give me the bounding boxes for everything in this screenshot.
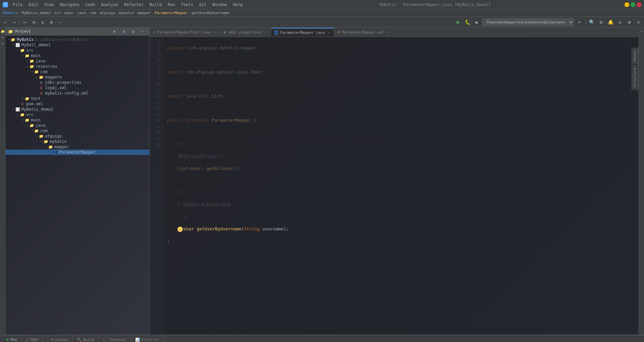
locate-icon[interactable]: ⊕ [110, 27, 118, 36]
structure-side-icon[interactable]: ⊞ [0, 41, 5, 46]
tree-item-demo2[interactable]: ▾ ⬜ MyBatis_demo2 [5, 107, 149, 112]
panel-close-icon[interactable]: — [139, 27, 147, 36]
tab-close-icon4[interactable]: ✕ [386, 31, 390, 35]
bottom-panel: ▶ Run ☑ TODO ⚠ Problems 🔨 Build >_ Termi… [0, 335, 644, 342]
settings2-icon[interactable]: ⚙ [597, 18, 605, 26]
tab-todo[interactable]: ☑ TODO [22, 335, 43, 342]
tree-item-main2[interactable]: ▾ 📁 main [5, 117, 149, 123]
breadcrumb-demo2[interactable]: MyBatis_demo2 [22, 11, 51, 15]
run-config-dropdown[interactable]: ▾ [575, 18, 583, 26]
breadcrumb-method[interactable]: getUserByUsername [192, 11, 229, 15]
tree-item-mybatis-config[interactable]: ▸ X mybatis-config.xml [5, 91, 149, 96]
tab-close-icon3[interactable]: ✕ [327, 31, 331, 35]
tab-terminal[interactable]: >_ Terminal [99, 335, 131, 342]
tree-item-atguigu[interactable]: ▾ 📁 atguigu [5, 133, 149, 139]
menu-view[interactable]: View [42, 2, 57, 8]
tree-item-mapper-pkg[interactable]: ▾ 📁 mapper [5, 144, 149, 150]
structure-tab[interactable]: Structure [631, 65, 639, 90]
tab-run[interactable]: ▶ Run [3, 335, 22, 342]
coverage-button[interactable]: ▶ [473, 18, 481, 26]
tree-item-com2[interactable]: ▾ 📁 com [5, 128, 149, 133]
tree-item-src1[interactable]: ▾ 📁 src [5, 48, 149, 53]
tree-item-com1[interactable]: ▾ 📁 com [5, 69, 149, 74]
breadcrumb-mybatis[interactable]: MyBatis [3, 11, 18, 15]
tree-item-java2[interactable]: ▾ 📁 java [5, 123, 149, 128]
panel-settings-icon[interactable]: ⚙ [129, 27, 137, 36]
menu-analyze[interactable]: Analyze [98, 2, 121, 8]
menu-file[interactable]: File [10, 2, 25, 8]
folder-icon: 📁 [30, 123, 34, 128]
tree-item-demo1[interactable]: ▾ ⬜ MyBati_demo1 [5, 42, 149, 48]
minimize-panel-icon[interactable]: — [56, 18, 64, 26]
run-button[interactable]: ▶ [454, 18, 462, 26]
forward-button[interactable]: → [10, 18, 18, 26]
minimize-button[interactable]: — [625, 2, 629, 7]
breadcrumb-java[interactable]: java [77, 11, 86, 15]
tree-item-java1[interactable]: ▾ 📁 java [5, 58, 149, 64]
collapse-icon[interactable]: ⇅ [39, 18, 47, 26]
menu-edit[interactable]: Edit [26, 2, 41, 8]
debug-button[interactable]: 🐛 [464, 18, 472, 26]
menu-navigate[interactable]: Navigate [57, 2, 82, 8]
code-content[interactable]: package com.atguigu.mybatis.mapper; impo… [163, 37, 639, 335]
tree-item-log4j[interactable]: ▸ X log4j.xml [5, 85, 149, 91]
breadcrumb-file[interactable]: ParameterMapper [155, 11, 188, 15]
menu-tools[interactable]: Tools [178, 2, 196, 8]
tree-item-test1[interactable]: ▸ 📁 test [5, 96, 149, 101]
bulb-icon[interactable]: 💡 [177, 227, 183, 232]
toolbar-sep2 [585, 19, 586, 25]
bookmark-side-icon[interactable]: ★ [0, 35, 5, 40]
back-button[interactable]: ← [1, 18, 9, 26]
breadcrumb-main[interactable]: main [64, 11, 73, 15]
breadcrumb-src[interactable]: src [54, 11, 61, 15]
menu-build[interactable]: Build [147, 2, 164, 8]
menu-help[interactable]: Help [230, 2, 246, 8]
tree-item-jdbc[interactable]: ▸ ≡ jdbc.properties [5, 80, 149, 85]
tree-item-pom1[interactable]: ▸ X pom.xml [5, 101, 149, 107]
close-button[interactable]: ✕ [637, 2, 641, 7]
tab-parametermappertest[interactable]: J ParameterMapperTest.java ✕ [150, 28, 220, 37]
tree-item-main1[interactable]: ▾ 📁 main [5, 53, 149, 58]
maven-tab[interactable]: Maven [631, 48, 639, 64]
tab-parametermapper-xml[interactable]: X ParameterMapper.xml ✕ [334, 28, 394, 37]
tree-item-mybatis2[interactable]: ▾ 📁 mybatis [5, 139, 149, 144]
tab-close-icon[interactable]: ✕ [213, 31, 217, 35]
menu-code[interactable]: Code [83, 2, 98, 8]
notifications-icon[interactable]: 🔔 [606, 18, 614, 26]
layout-icon[interactable]: ⊞ [625, 18, 633, 26]
breadcrumb-atguigu[interactable]: atguigu [100, 11, 115, 15]
menu-run[interactable]: Run [165, 2, 178, 8]
tree-arrow: ▾ [21, 54, 25, 58]
menu-git[interactable]: Git [197, 2, 209, 8]
bookmark-icon[interactable]: ★ [616, 18, 624, 26]
module-icon2: ⬜ [15, 107, 20, 112]
tree-item-resources1[interactable]: ▾ 📁 resources [5, 64, 149, 69]
expand-icon[interactable]: ≡ [30, 18, 38, 26]
search-everywhere-icon[interactable]: 🔍 [588, 18, 596, 26]
tab-problems[interactable]: ⚠ Problems [43, 335, 73, 342]
tab-profiler[interactable]: 📊 Profiler [131, 335, 164, 342]
breadcrumb-mybatis2[interactable]: mybatis [119, 11, 134, 15]
project-icon[interactable]: 📁 [0, 29, 5, 34]
run-config-select[interactable]: ParameterMapperTest.testGetUserByUsernam… [482, 18, 574, 26]
breadcrumb-mapper[interactable]: mapper [138, 11, 151, 15]
tree-item-src2[interactable]: ▾ 📁 src [5, 112, 149, 117]
navigate-back-icon[interactable]: ⟵ [21, 18, 29, 26]
project-tree[interactable]: ▾ 📁 MyBatis D:\IDEA\projects\MyBatis ▾ ⬜… [5, 36, 149, 335]
collapse-all-icon[interactable]: ≡ [120, 27, 128, 36]
tab-close-icon2[interactable]: ✕ [263, 31, 267, 35]
tab-parametermapper-java[interactable]: I ParameterMapper.java ✕ [271, 28, 334, 37]
settings-icon[interactable]: ⚙ [47, 18, 55, 26]
menu-window[interactable]: Window [210, 2, 229, 8]
folder-icon: 📁 [30, 59, 34, 63]
breadcrumb-com[interactable]: com [89, 11, 96, 15]
menu-refactor[interactable]: Refactor [121, 2, 146, 8]
tree-item-parametermapper[interactable]: ▸ I ParameterMapper [5, 150, 149, 155]
tab-build[interactable]: 🔨 Build [73, 335, 99, 342]
tree-item-mappers[interactable]: ▸ 📁 mappers [5, 74, 149, 80]
expand-all-icon[interactable]: ⇱ [635, 18, 643, 26]
tab-jdbc[interactable]: ≡ jdbc.properties ✕ [220, 28, 271, 37]
tree-item-mybatis[interactable]: ▾ 📁 MyBatis D:\IDEA\projects\MyBatis [5, 37, 149, 42]
toolbar-sep1 [19, 19, 20, 25]
maximize-button[interactable]: □ [631, 2, 635, 7]
